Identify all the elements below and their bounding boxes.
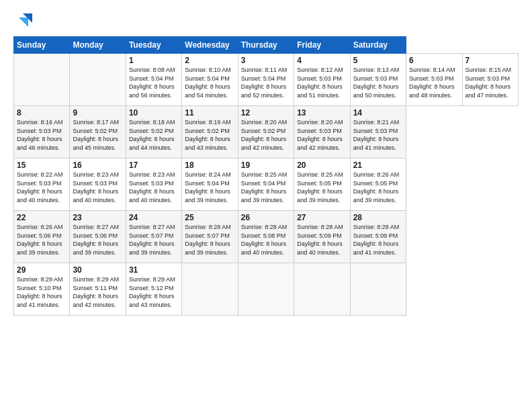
calendar-cell xyxy=(350,263,406,316)
weekday-header: Thursday xyxy=(238,37,294,54)
day-number: 13 xyxy=(297,108,347,118)
day-info: Sunrise: 8:14 AMSunset: 5:03 PMDaylight:… xyxy=(409,66,459,99)
day-info: Sunrise: 8:26 AMSunset: 5:06 PMDaylight:… xyxy=(17,223,66,257)
calendar-cell: 24Sunrise: 8:27 AMSunset: 5:07 PMDayligh… xyxy=(126,211,181,263)
day-number: 20 xyxy=(297,161,347,170)
calendar-cell: 28Sunrise: 8:28 AMSunset: 5:09 PMDayligh… xyxy=(350,211,406,263)
day-number: 4 xyxy=(297,56,347,65)
day-number: 22 xyxy=(17,213,66,222)
day-number: 30 xyxy=(73,265,122,275)
calendar-cell: 13Sunrise: 8:20 AMSunset: 5:03 PMDayligh… xyxy=(294,106,350,158)
day-info: Sunrise: 8:29 AMSunset: 5:12 PMDaylight:… xyxy=(129,275,179,309)
calendar-table: SundayMondayTuesdayWednesdayThursdayFrid… xyxy=(13,36,519,316)
calendar-cell xyxy=(294,263,350,316)
day-number: 17 xyxy=(129,161,179,170)
day-info: Sunrise: 8:16 AMSunset: 5:03 PMDaylight:… xyxy=(17,118,66,152)
weekday-header: Monday xyxy=(70,37,126,54)
day-info: Sunrise: 8:18 AMSunset: 5:02 PMDaylight:… xyxy=(129,118,179,152)
calendar-cell: 22Sunrise: 8:26 AMSunset: 5:06 PMDayligh… xyxy=(14,211,70,263)
calendar-cell: 19Sunrise: 8:25 AMSunset: 5:04 PMDayligh… xyxy=(238,158,294,211)
calendar-cell: 5Sunrise: 8:13 AMSunset: 5:03 PMDaylight… xyxy=(350,54,406,106)
day-info: Sunrise: 8:23 AMSunset: 5:03 PMDaylight:… xyxy=(129,171,179,204)
calendar-cell: 10Sunrise: 8:18 AMSunset: 5:02 PMDayligh… xyxy=(126,106,181,158)
day-number: 31 xyxy=(129,265,179,275)
day-number: 28 xyxy=(353,213,403,222)
calendar-cell: 17Sunrise: 8:23 AMSunset: 5:03 PMDayligh… xyxy=(126,158,181,211)
day-info: Sunrise: 8:28 AMSunset: 5:08 PMDaylight:… xyxy=(241,223,291,257)
day-info: Sunrise: 8:25 AMSunset: 5:04 PMDaylight:… xyxy=(241,171,291,204)
calendar-cell: 23Sunrise: 8:27 AMSunset: 5:06 PMDayligh… xyxy=(70,211,126,263)
day-number: 12 xyxy=(241,108,291,118)
calendar-cell: 14Sunrise: 8:21 AMSunset: 5:03 PMDayligh… xyxy=(350,106,406,158)
day-info: Sunrise: 8:19 AMSunset: 5:02 PMDaylight:… xyxy=(185,118,234,152)
calendar-cell: 25Sunrise: 8:28 AMSunset: 5:07 PMDayligh… xyxy=(182,211,238,263)
calendar-cell: 21Sunrise: 8:26 AMSunset: 5:05 PMDayligh… xyxy=(350,158,406,211)
logo xyxy=(13,11,35,30)
day-number: 5 xyxy=(353,56,403,65)
day-info: Sunrise: 8:26 AMSunset: 5:05 PMDaylight:… xyxy=(353,171,403,204)
day-info: Sunrise: 8:12 AMSunset: 5:03 PMDaylight:… xyxy=(297,66,347,99)
day-info: Sunrise: 8:27 AMSunset: 5:07 PMDaylight:… xyxy=(129,223,179,257)
day-info: Sunrise: 8:17 AMSunset: 5:02 PMDaylight:… xyxy=(73,118,122,152)
calendar-cell: 12Sunrise: 8:20 AMSunset: 5:02 PMDayligh… xyxy=(238,106,294,158)
day-info: Sunrise: 8:25 AMSunset: 5:05 PMDaylight:… xyxy=(297,171,347,204)
calendar-cell: 2Sunrise: 8:10 AMSunset: 5:04 PMDaylight… xyxy=(182,54,238,106)
calendar-cell: 3Sunrise: 8:11 AMSunset: 5:04 PMDaylight… xyxy=(238,54,294,106)
calendar-cell: 4Sunrise: 8:12 AMSunset: 5:03 PMDaylight… xyxy=(294,54,350,106)
calendar-cell: 6Sunrise: 8:14 AMSunset: 5:03 PMDaylight… xyxy=(406,54,462,106)
day-number: 3 xyxy=(241,56,291,65)
day-number: 6 xyxy=(409,56,459,65)
calendar-week: 22Sunrise: 8:26 AMSunset: 5:06 PMDayligh… xyxy=(14,211,519,263)
day-info: Sunrise: 8:29 AMSunset: 5:11 PMDaylight:… xyxy=(73,275,122,309)
calendar-cell xyxy=(70,54,126,106)
calendar-cell xyxy=(238,263,294,316)
calendar-cell: 29Sunrise: 8:29 AMSunset: 5:10 PMDayligh… xyxy=(14,263,70,316)
day-info: Sunrise: 8:24 AMSunset: 5:04 PMDaylight:… xyxy=(185,171,234,204)
calendar-cell xyxy=(14,54,70,106)
day-number: 15 xyxy=(17,161,66,170)
day-number: 9 xyxy=(73,108,122,118)
day-info: Sunrise: 8:22 AMSunset: 5:03 PMDaylight:… xyxy=(17,171,66,204)
calendar-cell xyxy=(182,263,238,316)
calendar-cell: 16Sunrise: 8:23 AMSunset: 5:03 PMDayligh… xyxy=(70,158,126,211)
day-number: 25 xyxy=(185,213,234,222)
day-info: Sunrise: 8:15 AMSunset: 5:03 PMDaylight:… xyxy=(466,66,516,99)
calendar-week: 15Sunrise: 8:22 AMSunset: 5:03 PMDayligh… xyxy=(14,158,519,211)
day-number: 8 xyxy=(17,108,66,118)
weekday-header: Tuesday xyxy=(126,37,181,54)
day-info: Sunrise: 8:20 AMSunset: 5:02 PMDaylight:… xyxy=(241,118,291,152)
day-info: Sunrise: 8:28 AMSunset: 5:07 PMDaylight:… xyxy=(185,223,234,257)
day-number: 21 xyxy=(353,161,403,170)
day-number: 24 xyxy=(129,213,179,222)
day-number: 26 xyxy=(241,213,291,222)
weekday-header: Saturday xyxy=(350,37,406,54)
calendar-cell: 27Sunrise: 8:28 AMSunset: 5:09 PMDayligh… xyxy=(294,211,350,263)
day-info: Sunrise: 8:08 AMSunset: 5:04 PMDaylight:… xyxy=(129,66,179,99)
calendar-cell: 31Sunrise: 8:29 AMSunset: 5:12 PMDayligh… xyxy=(126,263,181,316)
calendar-cell: 9Sunrise: 8:17 AMSunset: 5:02 PMDaylight… xyxy=(70,106,126,158)
day-info: Sunrise: 8:28 AMSunset: 5:09 PMDaylight:… xyxy=(297,223,347,257)
page: SundayMondayTuesdayWednesdayThursdayFrid… xyxy=(0,0,532,322)
calendar-cell: 18Sunrise: 8:24 AMSunset: 5:04 PMDayligh… xyxy=(182,158,238,211)
day-number: 10 xyxy=(129,108,179,118)
day-number: 23 xyxy=(73,213,122,222)
day-number: 1 xyxy=(129,56,179,65)
calendar-week: 8Sunrise: 8:16 AMSunset: 5:03 PMDaylight… xyxy=(14,106,519,158)
day-number: 18 xyxy=(185,161,234,170)
calendar-cell: 15Sunrise: 8:22 AMSunset: 5:03 PMDayligh… xyxy=(14,158,70,211)
day-number: 2 xyxy=(185,56,234,65)
svg-marker-1 xyxy=(19,17,28,27)
header xyxy=(13,11,519,30)
day-number: 29 xyxy=(17,265,66,275)
weekday-header: Wednesday xyxy=(182,37,238,54)
calendar-cell: 8Sunrise: 8:16 AMSunset: 5:03 PMDaylight… xyxy=(14,106,70,158)
weekday-header: Sunday xyxy=(14,37,70,54)
day-info: Sunrise: 8:27 AMSunset: 5:06 PMDaylight:… xyxy=(73,223,122,257)
day-number: 14 xyxy=(353,108,403,118)
calendar-cell: 26Sunrise: 8:28 AMSunset: 5:08 PMDayligh… xyxy=(238,211,294,263)
day-info: Sunrise: 8:20 AMSunset: 5:03 PMDaylight:… xyxy=(297,118,347,152)
day-info: Sunrise: 8:21 AMSunset: 5:03 PMDaylight:… xyxy=(353,118,403,152)
day-number: 16 xyxy=(73,161,122,170)
day-info: Sunrise: 8:11 AMSunset: 5:04 PMDaylight:… xyxy=(241,66,291,99)
day-info: Sunrise: 8:23 AMSunset: 5:03 PMDaylight:… xyxy=(73,171,122,204)
